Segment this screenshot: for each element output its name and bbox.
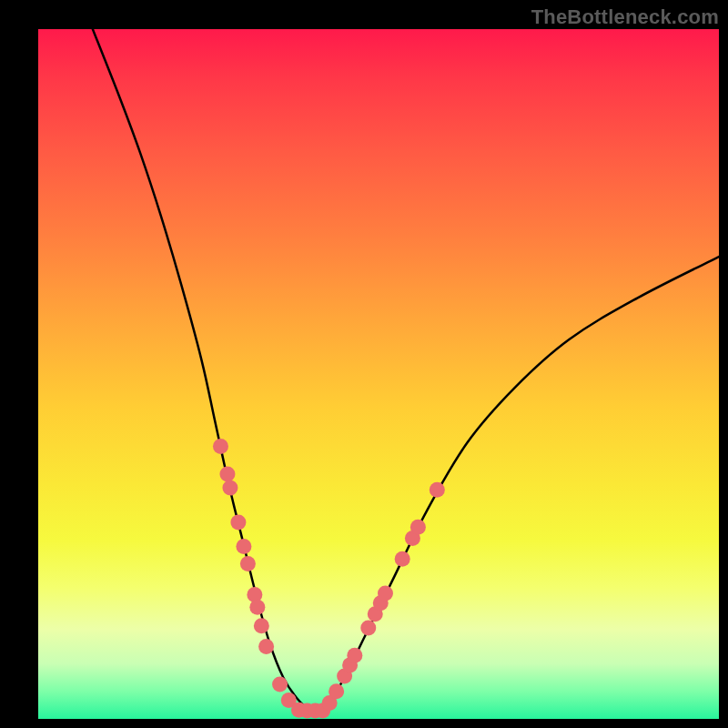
data-point bbox=[410, 520, 426, 535]
curve-line bbox=[93, 29, 719, 713]
data-point bbox=[240, 556, 256, 571]
data-point bbox=[219, 466, 235, 481]
data-point bbox=[378, 586, 393, 602]
data-points-group bbox=[213, 439, 445, 718]
data-point bbox=[272, 677, 288, 693]
watermark-text: TheBottleneck.com bbox=[531, 5, 719, 29]
data-point bbox=[236, 539, 251, 554]
data-point bbox=[249, 600, 265, 615]
data-point bbox=[347, 648, 362, 663]
plot-area bbox=[38, 29, 719, 719]
data-point bbox=[360, 620, 376, 635]
data-point bbox=[213, 439, 228, 454]
data-point bbox=[329, 683, 344, 699]
data-point bbox=[258, 639, 274, 654]
data-point bbox=[395, 551, 410, 567]
chart-frame: TheBottleneck.com bbox=[0, 0, 728, 728]
data-point bbox=[430, 482, 445, 498]
data-point bbox=[254, 618, 269, 633]
data-point bbox=[222, 480, 238, 496]
data-point bbox=[230, 514, 246, 530]
chart-svg bbox=[38, 29, 719, 719]
